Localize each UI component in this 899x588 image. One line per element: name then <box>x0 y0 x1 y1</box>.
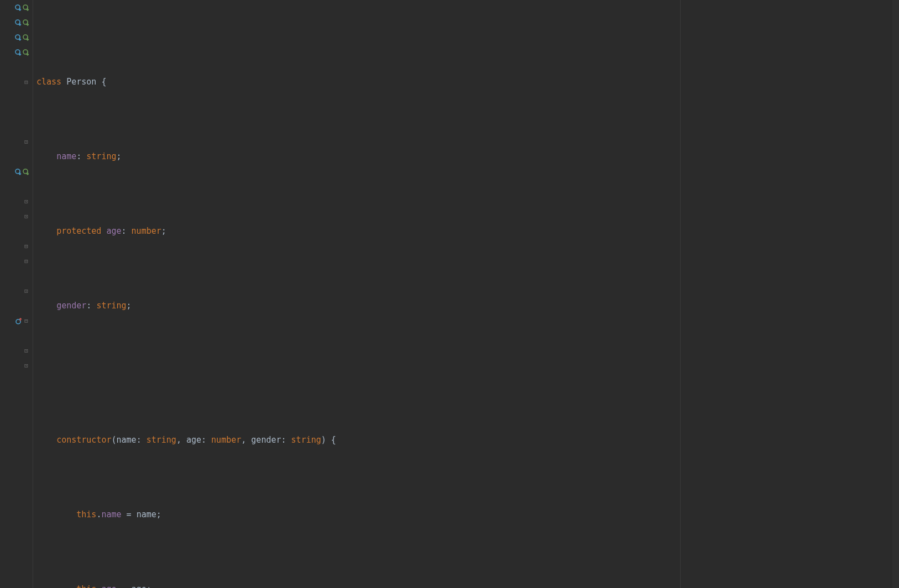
class-name: Person <box>66 75 96 90</box>
fold-open-icon[interactable]: ⊟ <box>23 254 29 269</box>
override-down-icon[interactable] <box>15 169 22 175</box>
gutter-row[interactable]: ⊟ <box>0 313 33 328</box>
fold-close-icon[interactable]: ⊡ <box>23 134 29 149</box>
gutter-row[interactable]: ⊡ <box>0 209 33 224</box>
fold-close-icon[interactable]: ⊡ <box>23 194 29 209</box>
keyword: constructor <box>56 433 111 448</box>
gutter-row[interactable]: ⊟ <box>0 75 33 90</box>
gutter-row[interactable]: ⊟ <box>0 254 33 269</box>
gutter-row[interactable] <box>0 0 33 15</box>
type: string <box>96 298 126 313</box>
code-line[interactable]: gender: string; <box>36 298 899 313</box>
vertical-scrollbar[interactable] <box>892 0 899 588</box>
gutter-row[interactable]: ⊡ <box>0 284 33 298</box>
code-line[interactable]: this.age = age; <box>36 582 899 588</box>
override-down-icon[interactable] <box>15 49 22 56</box>
svg-point-9 <box>23 169 28 174</box>
keyword: this <box>76 507 96 522</box>
svg-point-1 <box>23 5 28 9</box>
svg-point-6 <box>15 50 20 54</box>
svg-point-5 <box>23 35 28 39</box>
gutter-row[interactable] <box>0 30 33 45</box>
property: name <box>56 149 76 164</box>
code-line[interactable]: constructor(name: string, age: number, g… <box>36 433 899 448</box>
type: number <box>132 224 161 239</box>
gutter-row[interactable]: ⊡ <box>0 358 33 373</box>
fold-close-icon[interactable]: ⊡ <box>23 284 29 298</box>
fold-open-icon[interactable]: ⊟ <box>23 75 29 90</box>
override-up-icon[interactable] <box>15 318 22 324</box>
keyword: protected <box>56 224 101 239</box>
code-line[interactable]: class Person { <box>36 75 899 90</box>
svg-point-4 <box>15 35 20 39</box>
svg-point-7 <box>23 50 28 54</box>
implement-down-icon[interactable] <box>23 169 29 175</box>
override-down-icon[interactable] <box>15 4 22 11</box>
implement-down-icon[interactable] <box>23 4 29 11</box>
fold-open-icon[interactable]: ⊟ <box>23 313 29 328</box>
override-down-icon[interactable] <box>15 19 22 26</box>
property: gender <box>56 298 86 313</box>
svg-point-10 <box>16 319 20 324</box>
gutter-row[interactable]: ⊡ <box>0 194 33 209</box>
gutter-row[interactable]: ⊡ <box>0 134 33 149</box>
svg-point-3 <box>23 20 28 24</box>
override-down-icon[interactable] <box>15 34 22 41</box>
svg-point-8 <box>15 169 20 174</box>
code-line[interactable]: name: string; <box>36 149 899 164</box>
svg-point-0 <box>15 5 20 9</box>
code-editor[interactable]: ⊟ ⊡ ⊡ ⊡ ⊟ ⊟ ⊡ ⊟ ⊡ ⊡ <box>0 0 899 588</box>
gutter-row[interactable] <box>0 45 33 60</box>
implement-down-icon[interactable] <box>23 19 29 26</box>
keyword: class <box>36 75 61 90</box>
fold-close-icon[interactable]: ⊡ <box>23 343 29 358</box>
code-area[interactable]: class Person { name: string; protected a… <box>33 0 899 588</box>
type: string <box>86 149 116 164</box>
implement-down-icon[interactable] <box>23 49 29 56</box>
fold-close-icon[interactable]: ⊡ <box>23 358 29 373</box>
fold-close-icon[interactable]: ⊡ <box>23 209 29 224</box>
gutter-row[interactable]: ⊡ <box>0 343 33 358</box>
svg-point-2 <box>15 20 20 24</box>
implement-down-icon[interactable] <box>23 34 29 41</box>
code-line[interactable]: this.name = name; <box>36 507 899 522</box>
code-line[interactable] <box>36 358 899 373</box>
gutter-row[interactable] <box>0 164 33 179</box>
gutter-row[interactable]: ⊟ <box>0 239 33 254</box>
gutter: ⊟ ⊡ ⊡ ⊡ ⊟ ⊟ ⊡ ⊟ ⊡ ⊡ <box>0 0 33 588</box>
gutter-row[interactable] <box>0 15 33 30</box>
property: age <box>106 224 121 239</box>
fold-open-icon[interactable]: ⊟ <box>23 239 29 254</box>
code-line[interactable]: protected age: number; <box>36 224 899 239</box>
